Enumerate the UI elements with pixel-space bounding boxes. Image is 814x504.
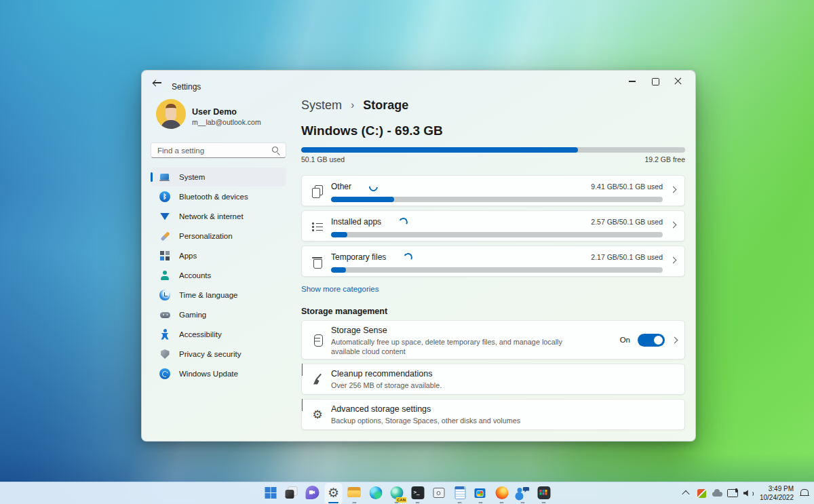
cleanup-description: Over 256 MB of storage available. [331,381,633,390]
system-tray: 3:49 PM 10/24/2022 [680,482,810,504]
sidebar-item-apps[interactable]: Apps [151,246,286,265]
category-label: Temporary files [331,252,386,262]
notification-bell-icon[interactable] [799,486,810,501]
sidebar-item-label: Privacy & security [179,350,241,358]
chevron-down-icon [302,399,303,411]
category-progress-track [331,197,663,202]
sidebar-item-privacy-security[interactable]: Privacy & security [151,345,286,364]
sidebar-item-windows-update[interactable]: Windows Update [151,364,286,383]
sidebar-item-accounts[interactable]: Accounts [151,266,286,285]
taskbar-feedback-hub[interactable] [514,483,532,504]
storage-sense-state-label: On [620,336,630,344]
bluetooth-icon [159,191,170,202]
security-center-icon[interactable] [696,486,708,501]
advanced-storage-settings-card[interactable]: Advanced storage settings Backup options… [301,399,685,430]
start-icon [263,485,278,500]
personalization-icon [159,231,170,241]
loading-spinner [367,180,379,193]
tray-date: 10/24/2022 [760,493,794,502]
cleanup-recommendations-card[interactable]: Cleanup recommendations Over 256 MB of s… [301,364,685,395]
feedback-icon [516,485,530,500]
taskbar-file-explorer[interactable] [346,483,364,504]
taskbar-store[interactable] [472,483,490,504]
category-card-other[interactable]: Other 9.41 GB/50.1 GB used [301,175,685,206]
search-input[interactable] [151,143,286,157]
loading-spinner [403,252,414,263]
breadcrumb-parent[interactable]: System [301,98,342,113]
taskbar-start[interactable] [262,483,279,504]
time-language-icon [159,290,170,301]
media-player-icon [537,485,551,500]
taskbar-media-player[interactable] [535,483,553,504]
taskbar-center: CAN [262,483,553,504]
search-box[interactable] [151,142,286,158]
show-more-categories-link[interactable]: Show more categories [301,285,379,294]
sidebar-item-bluetooth-devices[interactable]: Bluetooth & devices [151,187,286,206]
sidebar-item-label: Time & language [179,291,238,299]
category-progress-fill [331,197,394,202]
tray-icons [680,486,754,501]
onedrive-icon[interactable] [712,486,723,501]
category-usage: 2.17 GB/50.1 GB used [591,253,663,261]
notepad-icon [452,485,467,500]
sidebar-item-network-internet[interactable]: Network & internet [151,207,286,226]
taskbar-edge[interactable] [367,483,385,504]
chevron-right-icon [670,187,677,193]
taskbar-snipping-tool[interactable] [430,483,448,504]
search-icon [272,147,280,155]
apps-icon [159,250,170,261]
firefox-icon [495,485,509,500]
open-app-indicator [500,502,504,504]
sidebar: User Demo m__lab@outlook.com System Blue… [151,98,292,383]
cleanup-title: Cleanup recommendations [331,369,657,379]
open-app-indicator [479,502,483,504]
advanced-description: Backup options, Storage Spaces, other di… [331,416,633,425]
taskbar-task-view[interactable] [283,483,301,504]
category-label: Installed apps [331,217,381,227]
drive-progress-track [301,147,685,153]
storage-sense-title: Storage Sense [331,326,589,335]
sidebar-item-time-language[interactable]: Time & language [151,286,286,305]
taskbar-notepad[interactable] [451,483,469,504]
taskbar-terminal[interactable] [409,483,427,504]
taskbar-clock[interactable]: 3:49 PM 10/24/2022 [758,484,795,502]
drive-labels: 50.1 GB used 19.2 GB free [301,155,685,163]
chevron-right-icon [670,257,677,264]
sidebar-item-system[interactable]: System [151,168,286,187]
user-profile[interactable]: User Demo m__lab@outlook.com [151,99,292,137]
taskbar-firefox[interactable] [493,483,511,504]
drive-progress-fill [301,147,578,153]
taskbar-settings[interactable] [325,483,343,504]
main-content: System › Storage Windows (C:) - 69.3 GB … [301,71,685,430]
volume-icon[interactable] [743,486,754,501]
sidebar-item-accessibility[interactable]: Accessibility [151,325,286,344]
profile-email: m__lab@outlook.com [192,118,261,126]
snipping-icon [431,485,446,500]
open-app-indicator [416,502,420,504]
category-usage: 2.57 GB/50.1 GB used [591,218,663,226]
taskbar-edge-canary[interactable]: CAN [388,483,406,504]
chat-icon [305,485,320,500]
category-card-temporary-files[interactable]: Temporary files 2.17 GB/50.1 GB used [301,246,685,277]
back-button[interactable] [153,78,163,88]
network-icon [159,211,170,222]
storage-sense-card[interactable]: Storage Sense Automatically free up spac… [301,320,685,360]
category-progress-fill [331,232,347,237]
cast-display-icon[interactable] [727,486,739,501]
broom-icon [311,372,324,386]
settings-window: Settings User Demo m__lab@outlook.com Sy… [141,70,696,442]
open-app-indicator [458,502,462,504]
tray-chevron-up-icon[interactable] [680,486,692,501]
category-card-installed-apps[interactable]: Installed apps 2.57 GB/50.1 GB used [301,210,685,241]
advanced-title: Advanced storage settings [331,404,657,414]
storage-sense-toggle[interactable] [638,334,665,347]
category-progress-fill [331,267,346,273]
sidebar-item-gaming[interactable]: Gaming [151,305,286,324]
storage-sense-icon [311,333,324,347]
category-label: Other [331,182,351,191]
open-app-indicator [328,502,338,504]
sidebar-item-label: Bluetooth & devices [179,193,248,201]
taskbar-chat[interactable] [304,483,322,504]
loading-spinner [398,216,409,227]
sidebar-item-personalization[interactable]: Personalization [151,227,286,246]
